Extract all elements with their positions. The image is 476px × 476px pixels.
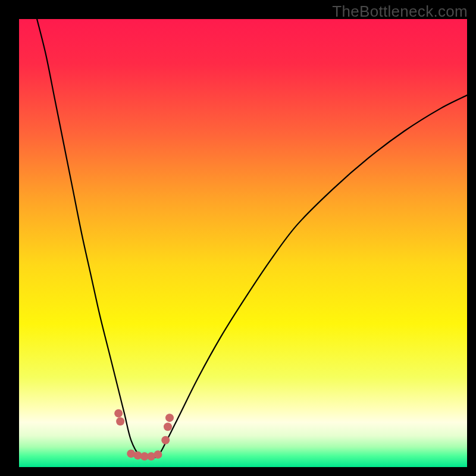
data-marker [114, 409, 123, 418]
watermark-text: TheBottleneck.com [332, 2, 468, 21]
gradient-background [19, 19, 467, 467]
data-marker [161, 436, 170, 444]
plot-area [19, 19, 467, 467]
chart-frame: TheBottleneck.com [0, 0, 476, 476]
chart-svg [19, 19, 467, 467]
data-marker [164, 422, 172, 431]
data-marker [116, 417, 124, 425]
data-marker [154, 450, 162, 459]
data-marker [165, 414, 174, 422]
